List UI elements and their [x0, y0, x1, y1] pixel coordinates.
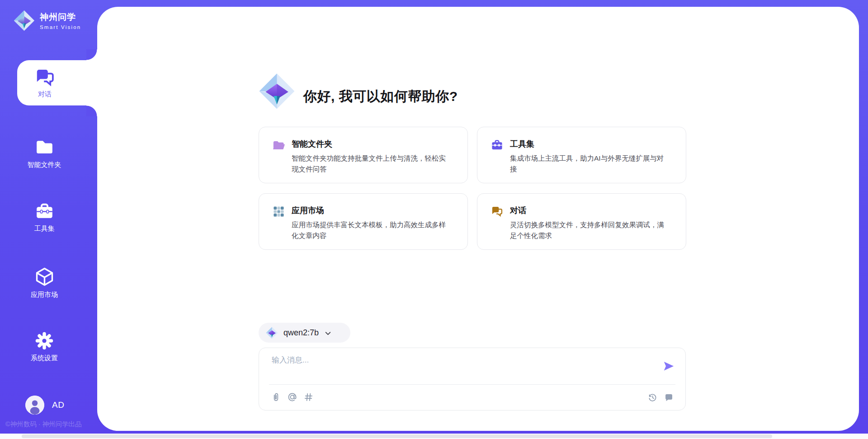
sidebar-item-smart-folders[interactable]: 智能文件夹 — [0, 137, 89, 169]
card-app-market[interactable]: 应用市场 应用市场提供丰富长文本模板，助力高效生成多样化文章内容 — [259, 193, 468, 250]
gear-icon — [34, 331, 54, 351]
sidebar-item-label: 对话 — [38, 90, 52, 99]
hashtag-icon[interactable] — [303, 392, 314, 402]
sidebar-item-label: 系统设置 — [31, 354, 58, 363]
brand: 神州问学 Smart Vision — [14, 10, 81, 31]
scrollbar-thumb[interactable] — [22, 434, 772, 438]
tab-curve-top — [86, 49, 97, 60]
model-selector[interactable]: qwen2:7b — [259, 323, 350, 343]
composer-divider — [269, 384, 675, 385]
app-root: 你好, 我可以如何帮助你? 智能文件夹 智能文件夹功能支持批量文件上传与清洗，轻… — [0, 0, 868, 439]
card-title: 智能文件夹 — [292, 138, 452, 150]
card-description: 智能文件夹功能支持批量文件上传与清洗，轻松实现文件问答 — [292, 153, 452, 174]
gem-logo-icon — [14, 10, 35, 31]
copyright-text: ©神州数码 · 神州问学出品 — [5, 420, 82, 429]
toolbox-icon — [35, 202, 54, 221]
feedback-bubble-icon[interactable] — [664, 393, 674, 402]
user-profile[interactable]: AD — [25, 396, 64, 415]
card-chat[interactable]: 对话 灵活切换多模型文件，支持多样回复效果调试，满足个性化需求 — [477, 193, 686, 250]
greeting-title: 你好, 我可以如何帮助你? — [303, 87, 458, 106]
person-avatar-icon — [25, 396, 44, 415]
app-title: 神州问学 — [40, 11, 81, 23]
feature-cards: 智能文件夹 智能文件夹功能支持批量文件上传与清洗，轻松实现文件问答 工具集 集成… — [259, 127, 686, 250]
card-title: 工具集 — [510, 138, 670, 150]
sidebar: 神州问学 Smart Vision 对话 智能文件夹 — [0, 0, 97, 439]
sidebar-item-label: 应用市场 — [31, 291, 58, 299]
gem-logo-icon — [266, 327, 278, 339]
app-subtitle: Smart Vision — [40, 24, 81, 30]
message-input[interactable] — [272, 355, 633, 381]
composer-left-tools — [271, 392, 314, 402]
sidebar-item-app-market[interactable]: 应用市场 — [0, 266, 89, 299]
sidebar-item-settings[interactable]: 系统设置 — [0, 331, 89, 363]
card-description: 灵活切换多模型文件，支持多样回复效果调试，满足个性化需求 — [510, 220, 670, 241]
history-icon[interactable] — [648, 393, 657, 402]
tab-curve-bottom — [86, 105, 97, 116]
chevron-down-icon — [324, 329, 332, 337]
card-title: 对话 — [510, 205, 670, 216]
paperclip-icon[interactable] — [271, 392, 281, 402]
composer — [259, 348, 686, 410]
composer-right-tools — [648, 393, 674, 402]
main-panel: 你好, 我可以如何帮助你? 智能文件夹 智能文件夹功能支持批量文件上传与清洗，轻… — [97, 7, 859, 431]
card-smart-folders[interactable]: 智能文件夹 智能文件夹功能支持批量文件上传与清洗，轻松实现文件问答 — [259, 127, 468, 183]
chat-bubbles-icon — [491, 205, 503, 218]
sidebar-item-label: 智能文件夹 — [28, 161, 61, 169]
gem-logo-large — [259, 73, 295, 110]
app-grid-icon — [273, 205, 285, 218]
folder-icon — [34, 137, 55, 157]
card-description: 应用市场提供丰富长文本模板，助力高效生成多样化文章内容 — [292, 220, 452, 241]
folder-open-icon — [273, 139, 285, 151]
user-initials: AD — [52, 400, 64, 410]
sidebar-item-toolkit[interactable]: 工具集 — [0, 202, 89, 233]
mention-icon[interactable] — [287, 392, 297, 402]
chat-bubbles-icon — [35, 67, 55, 88]
card-title: 应用市场 — [292, 205, 452, 216]
sidebar-item-label: 工具集 — [34, 224, 55, 233]
send-plane-icon[interactable] — [663, 360, 675, 372]
avatar — [25, 396, 44, 415]
horizontal-scrollbar — [0, 434, 868, 439]
sidebar-item-chat[interactable]: 对话 — [17, 60, 97, 105]
cube-icon — [34, 266, 55, 287]
card-description: 集成市场上主流工具，助力AI与外界无缝扩展与对接 — [510, 153, 670, 174]
toolbox-icon — [491, 139, 503, 151]
card-toolkit[interactable]: 工具集 集成市场上主流工具，助力AI与外界无缝扩展与对接 — [477, 127, 686, 183]
model-name: qwen2:7b — [283, 328, 319, 338]
